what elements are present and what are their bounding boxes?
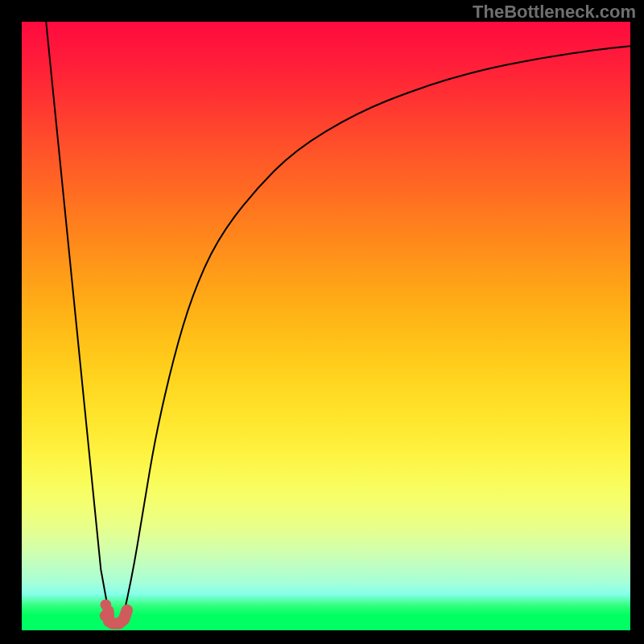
chart-markers [100,599,127,623]
chart-frame: TheBottleneck.com [0,0,644,644]
curve-left-descent [46,22,112,621]
curve-right-ascent [122,46,630,621]
marker-arc [108,610,126,624]
watermark-text: TheBottleneck.com [473,2,636,23]
chart-curves [46,22,630,621]
chart-svg [22,22,630,630]
